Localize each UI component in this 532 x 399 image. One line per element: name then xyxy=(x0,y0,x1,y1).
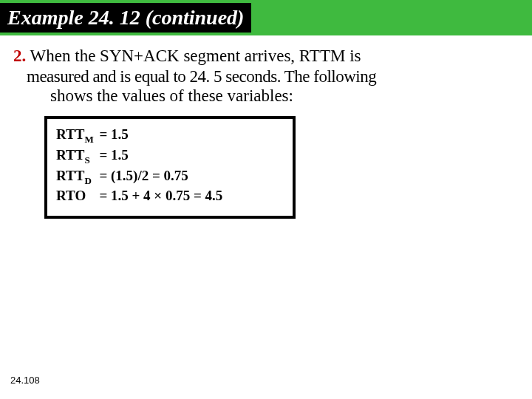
equation-row: RTTM=1.5 xyxy=(56,126,284,146)
equation-row: RTO=1.5 + 4 × 0.75 = 4.5 xyxy=(56,188,284,207)
paragraph-line-1: 2. When the SYN+ACK segment arrives, RTT… xyxy=(13,44,519,67)
equation-box: RTTM=1.5 RTTS=1.5 RTTD=(1.5)/2 = 0.75 RT… xyxy=(44,116,296,219)
equals-sign: = xyxy=(96,168,111,184)
equals-sign: = xyxy=(96,188,111,204)
eq-sub: S xyxy=(84,154,89,166)
paragraph-line-2: measured and is equal to 24. 5 seconds. … xyxy=(13,67,519,86)
content-area: 2. When the SYN+ACK segment arrives, RTT… xyxy=(0,35,532,219)
equation-row: RTTD=(1.5)/2 = 0.75 xyxy=(56,168,284,187)
para-text-1: When the SYN+ACK segment arrives, RTTM i… xyxy=(26,47,361,65)
eq-var: RTT xyxy=(56,126,84,142)
eq-var: RTT xyxy=(56,168,84,183)
eq-expr: (1.5)/2 = 0.75 xyxy=(111,168,188,184)
equals-sign: = xyxy=(96,147,111,163)
eq-expr: 1.5 + 4 × 0.75 = 4.5 xyxy=(111,188,222,204)
list-number: 2. xyxy=(13,47,26,65)
eq-var: RTT xyxy=(56,147,84,163)
eq-var: RTO xyxy=(56,188,86,203)
equals-sign: = xyxy=(96,126,111,143)
eq-expr: 1.5 xyxy=(111,147,129,163)
eq-sub: M xyxy=(84,134,93,145)
eq-expr: 1.5 xyxy=(111,126,129,143)
title-bar: Example 24. 12 (continued) xyxy=(0,0,532,35)
page-number: 24.108 xyxy=(10,375,40,386)
paragraph-line-3: shows the values of these variables: xyxy=(13,86,519,106)
equation-row: RTTS=1.5 xyxy=(56,147,284,166)
eq-sub: D xyxy=(84,174,91,185)
slide-title: Example 24. 12 (continued) xyxy=(0,3,251,33)
